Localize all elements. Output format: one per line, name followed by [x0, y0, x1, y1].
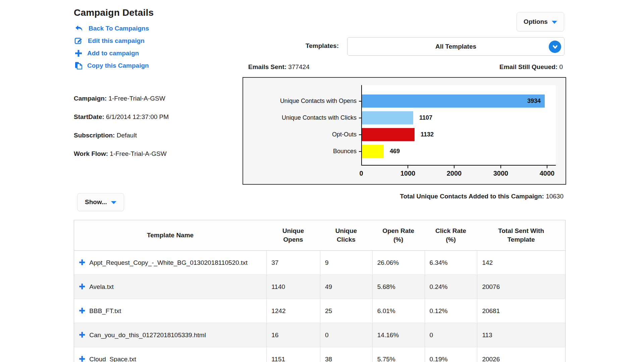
expand-plus-icon[interactable]: ✚ [79, 283, 85, 291]
table-cell: 6.34% [425, 251, 477, 275]
info-label: StartDate: [74, 113, 104, 120]
action-link-edit-this-campaign[interactable]: Edit this campaign [74, 35, 149, 47]
template-name: Can_you_do_this_01272018105339.html [89, 331, 206, 339]
chart-category-label: Unique Contacts with Opens [243, 95, 357, 108]
total-contacts-value: 10630 [546, 193, 564, 200]
page-title: Campaign Details [74, 7, 154, 18]
chart-plot-area: 393411071132469 [361, 85, 556, 166]
table-cell: 16 [266, 323, 320, 347]
column-header-total-sent-with: Total Sent With Template [477, 220, 565, 250]
show-button-label: Show... [85, 198, 107, 206]
x-axis-tick-label: 1000 [394, 170, 421, 177]
table-cell: 5.75% [372, 347, 425, 362]
table-cell: 142 [477, 251, 565, 275]
template-name-cell: ✚Avela.txt [74, 275, 266, 299]
expand-plus-icon[interactable]: ✚ [79, 331, 85, 339]
table-row: ✚Can_you_do_this_01272018105339.html1601… [74, 323, 565, 347]
templates-dropdown-value: All Templates [347, 43, 564, 50]
table-cell: 20026 [477, 347, 565, 362]
expand-plus-icon[interactable]: ✚ [79, 355, 85, 362]
template-name: BBB_FT.txt [89, 307, 121, 315]
table-cell: 6.01% [372, 299, 425, 323]
table-row: ✚Cloud_Space.txt1151385.75%0.19%20026 [74, 347, 565, 362]
table-cell: 113 [477, 323, 565, 347]
info-line-startdate: StartDate: 6/1/2014 12:37:00 PM [74, 113, 169, 132]
chart-bar-value: 3934 [362, 95, 541, 108]
action-link-add-to-campaign[interactable]: Add to campaign [74, 47, 149, 59]
table-row: ✚BBB_FT.txt1242256.01%0.12%20681 [74, 299, 565, 323]
info-line-work-flow: Work Flow: 1-Free-Trial-A-GSW [74, 150, 169, 169]
total-contacts-stat: Total Unique Contacts Added to this Camp… [335, 193, 564, 200]
chart-bar-bounces [362, 145, 384, 158]
x-axis-tick [408, 166, 408, 168]
emails-queued-stat: Email Still Queued: 0 [436, 63, 563, 71]
show-button[interactable]: Show... [77, 193, 124, 211]
template-name: Appt_Request_Copy_-_White_BG_01302018110… [89, 259, 248, 266]
table-header-row: Template NameUnique OpensUnique ClicksOp… [74, 220, 565, 251]
x-axis-tick-label: 0 [348, 170, 375, 177]
chart-category-label: Unique Contacts with Clicks [243, 111, 357, 124]
table-cell: 20681 [477, 299, 565, 323]
action-link-label: Copy this Campaign [87, 62, 149, 69]
table-cell: 9 [320, 251, 372, 275]
chevron-down-icon [111, 201, 116, 204]
options-button[interactable]: Options [517, 12, 564, 32]
table-cell: 20076 [477, 275, 565, 299]
table-cell: 5.68% [372, 275, 425, 299]
info-label: Campaign: [74, 95, 107, 102]
back-arrow-icon [74, 24, 84, 33]
campaign-results-chart: 393411071132469 Unique Contacts with Ope… [243, 77, 566, 185]
template-name: Avela.txt [89, 283, 114, 291]
x-axis-tick [454, 166, 454, 168]
column-header-template-name: Template Name [74, 220, 266, 250]
action-link-back-to-campaigns[interactable]: Back To Campaigns [74, 22, 149, 35]
column-header-unique: Unique Clicks [320, 220, 372, 250]
campaign-info: Campaign: 1-Free-Trial-A-GSWStartDate: 6… [74, 95, 169, 169]
info-value: 1-Free-Trial-A-GSW [108, 150, 167, 157]
info-value: 6/1/2014 12:37:00 PM [104, 113, 169, 120]
template-name: Cloud_Space.txt [89, 356, 136, 362]
x-axis-tick-label: 3000 [487, 170, 514, 177]
templates-dropdown[interactable]: All Templates [347, 37, 565, 56]
campaign-actions: Back To CampaignsEdit this campaignAdd t… [74, 22, 149, 72]
table-cell: 0.24% [425, 275, 477, 299]
table-cell: 26.06% [372, 251, 425, 275]
template-stats-table: Template NameUnique OpensUnique ClicksOp… [74, 220, 566, 362]
chart-category-label: Opt-Outs [243, 128, 357, 141]
column-header-open-rate: Open Rate (%) [372, 220, 425, 250]
action-link-label: Edit this campaign [88, 37, 145, 45]
chevron-down-icon [552, 21, 557, 24]
table-cell: 1151 [266, 347, 320, 362]
plus-icon [74, 49, 83, 57]
table-cell: 14.16% [372, 323, 425, 347]
template-name-cell: ✚Can_you_do_this_01272018105339.html [74, 323, 266, 347]
chart-bar-opt-outs [362, 128, 415, 141]
column-header-click-rate: Click Rate (%) [425, 220, 477, 250]
template-name-cell: ✚BBB_FT.txt [74, 299, 266, 323]
table-cell: 37 [266, 251, 320, 275]
table-cell: 25 [320, 299, 372, 323]
table-cell: 0 [320, 323, 372, 347]
x-axis-tick [500, 166, 501, 168]
chart-bar-value: 1107 [419, 111, 432, 124]
edit-icon [74, 37, 83, 45]
expand-plus-icon[interactable]: ✚ [79, 307, 85, 315]
table-cell: 38 [320, 347, 372, 362]
info-value: Default [115, 132, 137, 139]
expand-plus-icon[interactable]: ✚ [79, 259, 85, 266]
table-cell: 0.19% [425, 347, 477, 362]
chart-category-label: Bounces [243, 145, 357, 158]
chart-bar-unique-contacts-with-clicks [362, 111, 413, 124]
chevron-down-circle-icon [549, 41, 561, 53]
table-cell: 1140 [266, 275, 320, 299]
copy-icon [74, 61, 83, 70]
column-header-unique: Unique Opens [266, 220, 320, 250]
action-link-copy-this-campaign[interactable]: Copy this Campaign [74, 59, 149, 72]
table-cell: 49 [320, 275, 372, 299]
info-label: Subscription: [74, 132, 115, 139]
options-button-label: Options [524, 18, 548, 25]
x-axis-tick [547, 166, 547, 168]
x-axis-tick-label: 2000 [441, 170, 468, 177]
template-name-cell: ✚Cloud_Space.txt [74, 347, 266, 362]
total-contacts-label: Total Unique Contacts Added to this Camp… [400, 193, 544, 200]
